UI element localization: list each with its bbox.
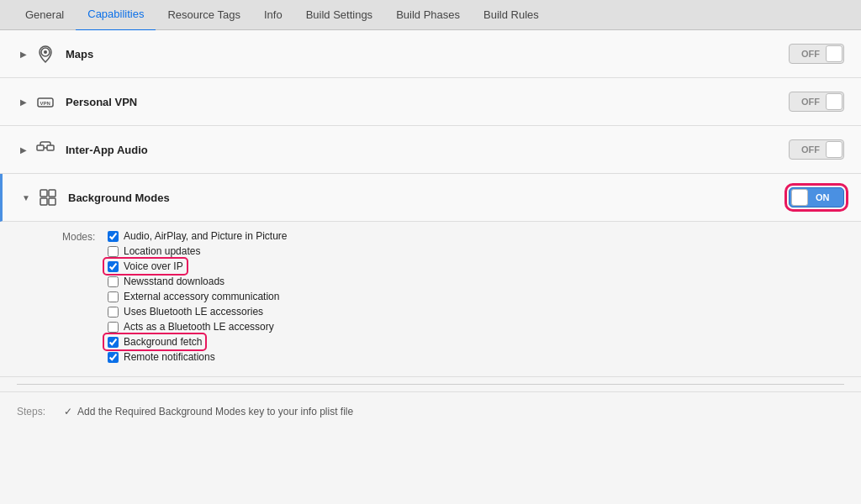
mode-voip: Voice over IP [108,260,288,272]
expand-arrow-vpn[interactable]: ▶ [17,95,30,108]
expand-arrow-audio[interactable]: ▶ [17,143,30,156]
vpn-toggle-knob [826,93,843,110]
vpn-icon: VPN [34,90,57,113]
checkbox-audio-airplay[interactable] [108,231,119,242]
mode-label-voip: Voice over IP [124,260,183,272]
mode-bluetooth-accessory: Acts as a Bluetooth LE accessory [108,321,288,333]
checkbox-bluetooth-le[interactable] [108,307,119,318]
bg-modes-toggle-label: ON [811,192,835,202]
mode-label-bg-fetch: Background fetch [124,336,202,348]
maps-toggle-label: OFF [796,49,825,59]
checkbox-external-accessory[interactable] [108,291,119,302]
audio-toggle[interactable]: OFF [789,139,844,160]
audio-icon [34,138,57,161]
expand-arrow-maps[interactable]: ▶ [17,47,30,60]
steps-section: Steps: ✓ Add the Required Background Mod… [0,391,861,431]
tab-build-phases[interactable]: Build Phases [384,0,472,30]
mode-bluetooth-le: Uses Bluetooth LE accessories [108,306,288,318]
svg-point-1 [44,50,47,54]
svg-rect-7 [40,190,47,197]
checkbox-remote-notifications[interactable] [108,352,119,363]
svg-rect-5 [47,145,54,150]
steps-row: Steps: ✓ Add the Required Background Mod… [17,406,844,417]
audio-name: Inter-App Audio [66,144,789,156]
voip-highlight: Voice over IP [104,259,187,274]
expand-arrow-bg[interactable]: ▼ [19,191,33,204]
tab-capabilities[interactable]: Capabilities [76,0,156,31]
svg-rect-8 [49,190,55,197]
mode-bg-fetch: Background fetch [108,336,288,348]
mode-label-remote-notifications: Remote notifications [124,351,215,363]
steps-check: ✓ [64,406,72,417]
modes-label-row: Modes: Audio, AirPlay, and Picture in Pi… [62,230,844,363]
steps-item-0: Add the Required Background Modes key to… [77,406,353,417]
bg-modes-toggle[interactable]: ON [789,187,844,207]
svg-rect-10 [49,198,55,205]
tab-resource-tags[interactable]: Resource Tags [156,0,251,30]
mode-label-newsstand: Newsstand downloads [124,276,224,287]
maps-toggle[interactable]: OFF [789,44,844,64]
tab-build-settings[interactable]: Build Settings [294,0,385,30]
mode-label-external-accessory: External accessory communication [124,291,279,302]
audio-toggle-label: OFF [796,144,825,155]
capabilities-content: ▶ Maps OFF ▶ VPN Personal VPN OFF [0,30,861,504]
capability-row-bg-modes: ▼ Background Modes ON [0,174,861,222]
mode-label-audio-airplay: Audio, AirPlay, and Picture in Picture [124,230,288,242]
steps-label: Steps: [17,406,59,417]
vpn-name: Personal VPN [66,96,789,108]
capability-row-maps: ▶ Maps OFF [0,30,861,78]
audio-toggle-knob [826,141,843,158]
capability-row-audio: ▶ Inter-App Audio OFF [0,126,861,174]
vpn-toggle[interactable]: OFF [789,92,844,112]
tab-info[interactable]: Info [252,0,294,30]
svg-rect-4 [37,145,44,150]
maps-name: Maps [66,48,789,60]
checkbox-location[interactable] [108,246,119,257]
mode-label-bluetooth-le: Uses Bluetooth LE accessories [124,306,263,318]
modes-label: Modes: [62,230,108,243]
vpn-toggle-label: OFF [796,97,825,107]
mode-label-bluetooth-accessory: Acts as a Bluetooth LE accessory [124,321,274,333]
tab-bar: General Capabilities Resource Tags Info … [0,0,861,30]
checkbox-bluetooth-accessory[interactable] [108,322,119,333]
mode-label-location: Location updates [124,245,200,257]
modes-row: Modes: Audio, AirPlay, and Picture in Pi… [17,230,844,368]
tab-general[interactable]: General [13,0,76,30]
mode-external-accessory: External accessory communication [108,291,288,302]
bg-fetch-highlight: Background fetch [104,334,205,349]
svg-rect-9 [40,198,47,205]
maps-toggle-knob [826,45,843,62]
maps-icon [34,42,57,66]
tab-build-rules[interactable]: Build Rules [472,0,551,30]
bg-modes-name: Background Modes [68,192,789,204]
checkbox-newsstand[interactable] [108,276,119,287]
capability-row-vpn: ▶ VPN Personal VPN OFF [0,78,861,126]
bg-modes-icon [36,186,60,209]
mode-audio-airplay: Audio, AirPlay, and Picture in Picture [108,230,288,242]
bg-modes-toggle-knob [791,189,808,206]
svg-text:VPN: VPN [40,101,50,106]
mode-location: Location updates [108,245,288,257]
mode-newsstand: Newsstand downloads [108,276,288,287]
mode-remote-notifications: Remote notifications [108,351,288,363]
bg-modes-expanded: Modes: Audio, AirPlay, and Picture in Pi… [0,222,861,377]
checkbox-bg-fetch[interactable] [108,337,119,348]
checkbox-voip[interactable] [108,261,119,272]
modes-list: Audio, AirPlay, and Picture in Picture L… [108,230,288,363]
